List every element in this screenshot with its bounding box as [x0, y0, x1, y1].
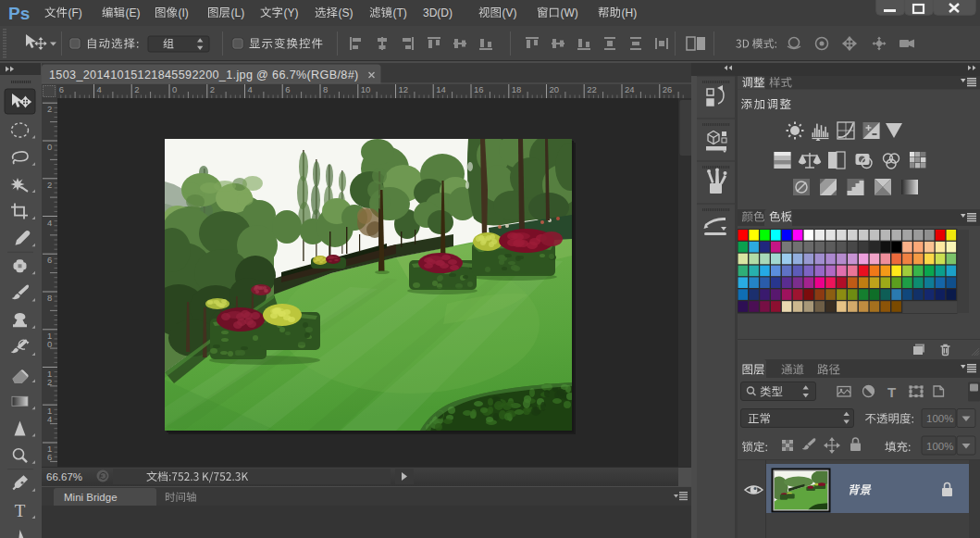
- svg-text:1503_20141015121845592200_1.jp: 1503_20141015121845592200_1.jpg @ 66.7%(…: [49, 69, 359, 81]
- svg-text:(S): (S): [339, 6, 354, 19]
- svg-text:100%: 100%: [926, 441, 953, 452]
- svg-text:26: 26: [663, 84, 673, 94]
- svg-text:18: 18: [512, 84, 522, 94]
- svg-text:4: 4: [47, 414, 52, 424]
- svg-text:2: 2: [47, 377, 52, 387]
- svg-text:T: T: [887, 384, 896, 400]
- svg-text:(L): (L): [231, 6, 245, 19]
- svg-text:(E): (E): [126, 6, 141, 19]
- svg-text:6: 6: [47, 452, 52, 462]
- svg-text:3D(D): 3D(D): [423, 6, 453, 19]
- svg-text:66.67%: 66.67%: [46, 471, 82, 482]
- svg-text:4: 4: [248, 84, 253, 94]
- svg-text:100%: 100%: [926, 413, 953, 424]
- svg-text:T: T: [15, 501, 26, 520]
- svg-text:0: 0: [47, 142, 52, 152]
- svg-text:Ps: Ps: [8, 4, 30, 23]
- svg-text:16: 16: [474, 84, 484, 94]
- svg-text:12: 12: [399, 84, 409, 94]
- svg-text:(V): (V): [502, 6, 517, 19]
- svg-text:(T): (T): [393, 6, 407, 19]
- svg-text:0: 0: [47, 339, 52, 349]
- svg-text:(I): (I): [179, 6, 189, 19]
- svg-text:Mini Bridge: Mini Bridge: [64, 492, 118, 503]
- svg-text:8: 8: [47, 293, 52, 303]
- svg-text:2: 2: [47, 180, 52, 190]
- svg-text:2: 2: [210, 84, 215, 94]
- svg-text:6: 6: [47, 255, 52, 265]
- svg-text:4: 4: [97, 84, 102, 94]
- svg-text:22: 22: [587, 84, 597, 94]
- svg-text:14: 14: [436, 84, 446, 94]
- svg-text:6: 6: [59, 84, 64, 94]
- svg-text:(F): (F): [68, 6, 82, 19]
- svg-text:8: 8: [323, 84, 328, 94]
- svg-text:0: 0: [172, 84, 177, 94]
- svg-text:24: 24: [625, 84, 635, 94]
- svg-text:(Y): (Y): [284, 6, 299, 19]
- svg-text:2: 2: [47, 104, 52, 114]
- svg-text:6: 6: [285, 84, 290, 94]
- svg-text:20: 20: [550, 84, 560, 94]
- svg-text:4: 4: [47, 218, 52, 228]
- svg-text:(H): (H): [622, 6, 638, 19]
- svg-text:2: 2: [134, 84, 139, 94]
- svg-text:10: 10: [361, 84, 371, 94]
- svg-text:(W): (W): [561, 6, 578, 19]
